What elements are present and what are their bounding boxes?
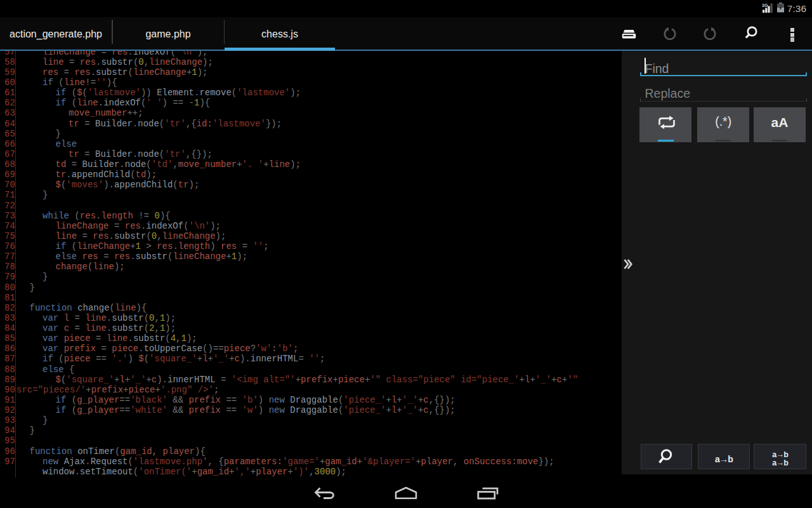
- svg-text:3G: 3G: [762, 3, 768, 8]
